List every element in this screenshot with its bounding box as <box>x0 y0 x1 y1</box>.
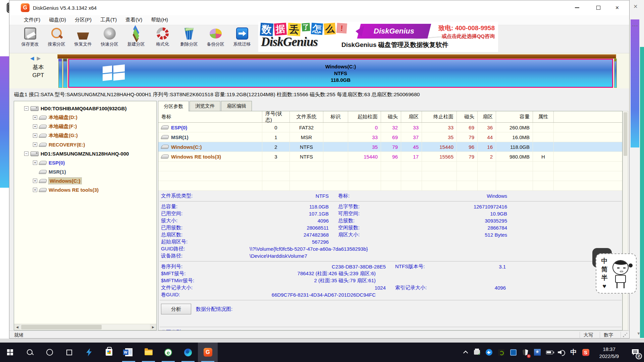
tray-volume[interactable] <box>555 343 568 362</box>
tray-sogou[interactable]: S <box>580 343 592 362</box>
start-button[interactable] <box>0 343 20 362</box>
toolbar-button-recover[interactable]: 恢复文件 <box>70 25 96 52</box>
taskbar-app-ie[interactable]: e <box>158 343 178 362</box>
partition-bar-re-tools[interactable] <box>614 59 617 88</box>
column-header-ec[interactable]: 终止柱面 <box>422 111 457 122</box>
column-header-eh[interactable]: 磁头 <box>457 111 478 122</box>
ime-status-widget[interactable]: 中简半♥ <box>596 253 637 294</box>
column-header-es[interactable]: 扇区 <box>478 111 496 122</box>
taskbar-clock[interactable]: 18:37 2022/5/9 <box>592 345 627 360</box>
table-row-0[interactable]: ESP(0)0FAT3203233336936260.0MB <box>158 123 622 132</box>
menu-item-3[interactable]: 工具(T) <box>96 15 121 24</box>
tree-item-3[interactable]: +本地磁盘(G:) <box>14 131 156 140</box>
scroll-right-icon[interactable]: ▶ <box>150 324 156 330</box>
column-header-attr[interactable]: 属性 <box>533 111 554 122</box>
minimize-button[interactable] <box>568 0 586 15</box>
table-row-1[interactable]: MSR(1)1MSR33693735794416.0MB <box>158 132 622 142</box>
taskbar-app-edge[interactable] <box>178 343 198 362</box>
tree-expander-icon[interactable]: + <box>33 161 37 165</box>
toolbar-button-new[interactable]: 新建分区 <box>123 25 149 52</box>
taskbar-app-cortana[interactable] <box>40 343 59 362</box>
ad-banner[interactable]: 数据丢了怎么! DiskGenius DiskGenius 致电: 400-00… <box>258 22 498 52</box>
menu-item-1[interactable]: 磁盘(D) <box>45 15 70 24</box>
tree-item-1[interactable]: +本地磁盘(D:) <box>14 113 156 122</box>
column-header-num[interactable]: 序号(状态) <box>262 111 290 122</box>
taskbar-app-taskview[interactable] <box>59 343 79 362</box>
tray-chevron-up[interactable] <box>459 343 471 362</box>
taskbar-app-word[interactable] <box>119 343 139 362</box>
tree-item-8[interactable]: +Windows(C:) <box>14 176 156 185</box>
scrollbar-thumb[interactable] <box>21 325 102 329</box>
tab-0[interactable]: 分区参数 <box>158 101 189 111</box>
banner-nav-arrows[interactable]: ◀ ▶ <box>30 55 41 61</box>
menu-item-2[interactable]: 分区(P) <box>70 15 96 24</box>
tree-item-0[interactable]: −HD0:TOSHIBAMQ04ABF100(932GB) <box>14 104 156 113</box>
taskbar-app-flash[interactable] <box>79 343 99 362</box>
tray-battery[interactable] <box>543 343 555 362</box>
toolbar-button-format[interactable]: 格式化 <box>149 25 176 52</box>
taskbar-app-search[interactable] <box>20 343 40 362</box>
menu-item-0[interactable]: 文件(F) <box>19 15 45 24</box>
toolbar-button-migrate[interactable]: 系统迁移 <box>229 25 255 52</box>
tree-item-7[interactable]: MSR(1) <box>14 167 156 176</box>
tray-snowflake[interactable] <box>531 343 543 362</box>
tray-intel-graphics[interactable] <box>507 343 519 362</box>
toolbar-button-backup[interactable]: 备份分区 <box>202 25 229 52</box>
maximize-button[interactable] <box>589 0 608 15</box>
tree-expander-icon[interactable]: − <box>24 152 29 156</box>
taskbar-app-store[interactable] <box>99 343 119 362</box>
column-header-fs[interactable]: 文件系统 <box>290 111 323 122</box>
column-header-sc[interactable]: 起始柱面 <box>348 111 381 122</box>
partition-bar-windows-c[interactable]: Windows(C:) NTFS 118.0GB <box>68 59 613 88</box>
table-row-3[interactable]: Windows RE tools(3)3NTFS1544096171556579… <box>158 152 622 162</box>
tree-item-4[interactable]: +RECOVERY(E:) <box>14 140 156 149</box>
menu-item-5[interactable]: 帮助(H) <box>147 15 172 24</box>
tray-bluebird[interactable] <box>483 343 495 362</box>
nav-left-icon[interactable]: ◀ <box>30 55 34 61</box>
column-header-cap[interactable]: 容量 <box>496 111 533 122</box>
tray-ime-zh[interactable]: 中 <box>568 343 580 362</box>
tree-item-2[interactable]: +本地磁盘(F:) <box>14 122 156 131</box>
tree-item-6[interactable]: +ESP(0) <box>14 158 156 167</box>
toolbar-button-search[interactable]: 搜索分区 <box>43 25 70 52</box>
ad-qq-link[interactable]: 或点击此处选择QQ咨询 <box>438 33 495 40</box>
tree-horizontal-scrollbar[interactable]: ◀ ▶ <box>14 324 156 330</box>
tree-expander-icon[interactable]: + <box>33 124 37 129</box>
column-header-id[interactable]: 标识 <box>323 111 348 122</box>
column-header-ss[interactable]: 扇区 <box>401 111 422 122</box>
table-row-2[interactable]: Windows(C:)2NTFS357945154409616118.0GB <box>158 142 622 152</box>
tray-nvidia[interactable] <box>495 343 507 362</box>
detail-value: 3.1 <box>449 264 506 269</box>
partition-bar-msr[interactable] <box>63 59 67 88</box>
tree-item-5[interactable]: −HD1:SAMSUNGMZNLN128HAHQ-000 <box>14 149 156 158</box>
ime-widget-card[interactable]: 中简半♥ <box>596 253 637 294</box>
scrollbar-thumb[interactable] <box>624 112 627 156</box>
close-button[interactable]: × <box>608 0 627 15</box>
column-header-name[interactable]: 卷标 <box>158 111 262 122</box>
taskbar-app-folder[interactable] <box>139 343 158 362</box>
toolbar-button-quick[interactable]: 快速分区 <box>96 25 123 52</box>
tab-1[interactable]: 浏览文件 <box>190 101 220 111</box>
detail-vertical-scrollbar[interactable] <box>623 111 628 330</box>
scroll-left-icon[interactable]: ◀ <box>14 324 20 330</box>
taskbar-app-dg[interactable]: G <box>198 343 218 362</box>
tree-expander-icon[interactable]: + <box>33 142 37 147</box>
tree-expander-icon[interactable]: + <box>33 179 37 183</box>
tray-security-shield[interactable] <box>519 343 531 362</box>
tree-expander-icon[interactable]: + <box>33 188 37 192</box>
tree-expander-icon[interactable]: − <box>24 106 29 111</box>
partition-bar-esp[interactable] <box>58 59 62 88</box>
tree-expander-icon[interactable]: + <box>33 115 37 120</box>
nav-right-icon[interactable]: ▶ <box>37 55 41 61</box>
tree-item-9[interactable]: +Windows RE tools(3) <box>14 185 156 194</box>
menu-item-4[interactable]: 查看(V) <box>121 15 147 24</box>
action-center-button[interactable]: 2 <box>627 343 644 362</box>
column-header-sh[interactable]: 磁头 <box>381 111 401 122</box>
tab-2[interactable]: 扇区编辑 <box>221 101 252 111</box>
resize-grip[interactable] <box>623 333 627 338</box>
analyze-button[interactable]: 分析 <box>161 304 191 314</box>
toolbar-button-delete[interactable]: 删除分区 <box>176 25 202 52</box>
toolbar-button-save[interactable]: 保存更改 <box>17 25 43 52</box>
tray-printer[interactable] <box>471 343 483 362</box>
tree-expander-icon[interactable]: + <box>33 133 37 138</box>
